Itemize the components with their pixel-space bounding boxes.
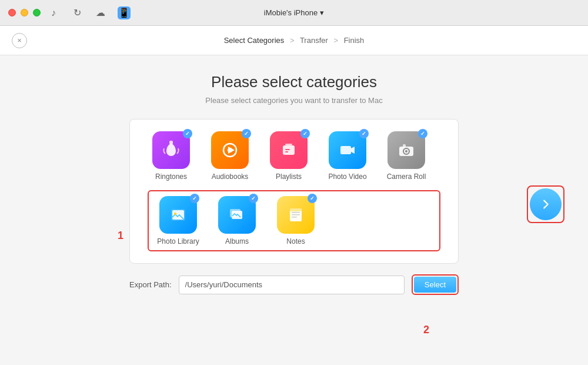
photovideo-label: Photo Video bbox=[328, 172, 366, 181]
cameraroll-label: Camera Roll bbox=[387, 172, 426, 181]
playlists-check: ✓ bbox=[300, 129, 310, 138]
svg-rect-5 bbox=[285, 144, 292, 145]
svg-rect-23 bbox=[290, 208, 302, 211]
chevron-right-icon bbox=[539, 198, 552, 211]
category-audiobooks[interactable]: ✓ Audiobooks bbox=[206, 131, 253, 181]
cameraroll-icon: ✓ bbox=[387, 131, 425, 169]
main-content: Please select categories Please select c… bbox=[0, 55, 588, 307]
svg-point-12 bbox=[405, 150, 407, 152]
cloud-icon[interactable]: ☁ bbox=[94, 6, 107, 19]
maximize-traffic-light[interactable] bbox=[33, 9, 41, 16]
cameraroll-check: ✓ bbox=[418, 129, 427, 138]
app-title: iMobie's iPhone ▾ bbox=[264, 8, 324, 17]
svg-rect-22 bbox=[292, 217, 297, 218]
albums-label: Albums bbox=[225, 237, 249, 245]
albums-check: ✓ bbox=[249, 194, 258, 203]
playlists-label: Playlists bbox=[276, 172, 302, 181]
breadcrumb: Select Categories > Transfer > Finish bbox=[224, 36, 365, 45]
minimize-traffic-light[interactable] bbox=[21, 9, 28, 16]
categories-box: ✓ Ringtones ✓ bbox=[129, 119, 459, 264]
category-photolibrary[interactable]: ✓ Photo Library bbox=[155, 196, 202, 245]
ringtones-label: Ringtones bbox=[155, 172, 187, 181]
category-cameraroll[interactable]: ✓ Camera Roll bbox=[383, 131, 430, 181]
audiobooks-check: ✓ bbox=[242, 129, 251, 138]
playlists-icon: ✓ bbox=[270, 131, 308, 169]
svg-marker-9 bbox=[351, 147, 355, 154]
page-subtitle: Please select categories you want to tra… bbox=[205, 96, 382, 105]
export-path-input[interactable] bbox=[179, 276, 405, 294]
notes-check: ✓ bbox=[308, 194, 317, 203]
ringtones-icon: ✓ bbox=[152, 131, 190, 169]
category-photovideo[interactable]: ✓ Photo Video bbox=[324, 131, 371, 181]
annotation-1: 1 bbox=[118, 230, 123, 242]
svg-rect-13 bbox=[403, 144, 406, 147]
annotation-2: 2 bbox=[423, 324, 429, 336]
audiobooks-icon: ✓ bbox=[211, 131, 249, 169]
notes-label: Notes bbox=[286, 237, 305, 245]
photolibrary-icon: ✓ bbox=[159, 196, 197, 234]
next-button-wrap bbox=[527, 185, 564, 223]
export-label: Export Path: bbox=[129, 280, 172, 289]
close-traffic-light[interactable] bbox=[8, 9, 16, 16]
photolibrary-check: ✓ bbox=[190, 194, 199, 203]
categories-row-1: ✓ Ringtones ✓ bbox=[148, 131, 440, 181]
select-button[interactable]: Select bbox=[414, 277, 456, 293]
audiobooks-label: Audiobooks bbox=[212, 172, 249, 181]
svg-rect-21 bbox=[292, 214, 300, 215]
category-playlists[interactable]: ✓ Playlists bbox=[265, 131, 312, 181]
category-notes[interactable]: ✓ Notes bbox=[272, 196, 319, 245]
export-path-section: Export Path: Select bbox=[129, 274, 459, 295]
albums-icon: ✓ bbox=[218, 196, 256, 234]
photolibrary-label: Photo Library bbox=[157, 237, 199, 245]
breadcrumb-bar: × Select Categories > Transfer > Finish bbox=[0, 26, 588, 55]
svg-rect-0 bbox=[169, 141, 173, 144]
svg-point-16 bbox=[174, 213, 176, 215]
category-albums[interactable]: ✓ Albums bbox=[213, 196, 260, 245]
select-button-wrap: Select bbox=[412, 274, 459, 295]
svg-rect-6 bbox=[285, 149, 290, 150]
music-icon[interactable]: ♪ bbox=[47, 6, 60, 19]
svg-rect-20 bbox=[292, 212, 300, 213]
close-button[interactable]: × bbox=[12, 33, 27, 48]
photovideo-icon: ✓ bbox=[329, 131, 366, 169]
photovideo-check: ✓ bbox=[359, 129, 369, 138]
phone-icon[interactable]: 📱 bbox=[118, 6, 131, 19]
page-title: Please select categories bbox=[211, 73, 377, 91]
title-bar: ♪ ↻ ☁ 📱 iMobie's iPhone ▾ bbox=[0, 0, 588, 26]
categories-row-2-highlighted: ✓ Photo Library ✓ bbox=[148, 190, 440, 251]
svg-rect-8 bbox=[340, 146, 351, 154]
refresh-icon[interactable]: ↻ bbox=[71, 6, 83, 19]
svg-marker-3 bbox=[228, 147, 235, 154]
ringtones-check: ✓ bbox=[183, 129, 192, 138]
notes-icon: ✓ bbox=[277, 196, 315, 234]
svg-rect-7 bbox=[285, 151, 288, 152]
next-button[interactable] bbox=[530, 188, 562, 220]
category-ringtones[interactable]: ✓ Ringtones bbox=[148, 131, 195, 181]
traffic-lights bbox=[8, 9, 41, 16]
toolbar-icons: ♪ ↻ ☁ 📱 bbox=[47, 6, 131, 19]
